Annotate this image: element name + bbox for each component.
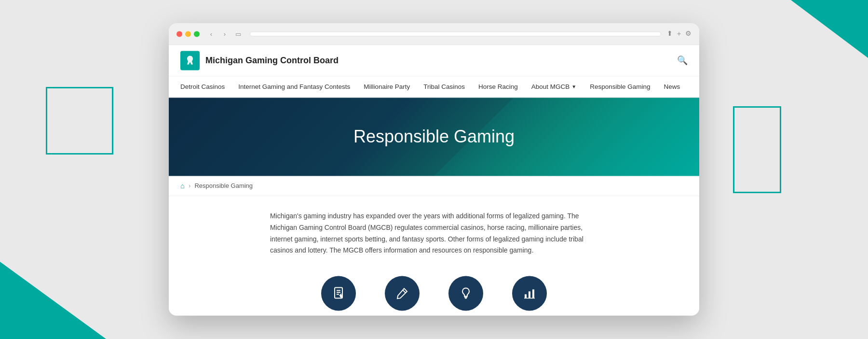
url-bar[interactable]: [250, 31, 661, 36]
site-logo[interactable]: Michigan Gaming Control Board: [180, 51, 339, 70]
forward-button[interactable]: ›: [219, 28, 231, 40]
browser-nav-buttons: ‹ › ▭: [205, 28, 244, 40]
search-icon[interactable]: 🔍: [677, 55, 688, 66]
breadcrumb: ⌂ › Responsible Gaming: [169, 176, 699, 196]
main-content: Michigan's gaming industry has expanded …: [169, 196, 699, 266]
page-wrapper: ‹ › ▭ ⬆ ＋ ⚙ Michigan Gaming Cont: [0, 0, 868, 339]
bg-shape-bottom-left: [0, 262, 106, 339]
maximize-button[interactable]: [194, 31, 200, 37]
icon-card-chart[interactable]: [512, 276, 547, 311]
hero-banner: Responsible Gaming: [169, 98, 699, 176]
svg-rect-8: [525, 295, 527, 298]
back-button[interactable]: ‹: [205, 28, 217, 40]
intro-paragraph: Michigan's gaming industry has expanded …: [270, 211, 598, 256]
traffic-lights: [176, 31, 200, 37]
settings-icon[interactable]: ⚙: [685, 29, 692, 38]
nav-item-news[interactable]: News: [664, 76, 680, 97]
browser-window: ‹ › ▭ ⬆ ＋ ⚙ Michigan Gaming Cont: [169, 23, 699, 315]
home-icon[interactable]: ⌂: [180, 182, 185, 190]
bg-outline-rect-left: [46, 87, 113, 155]
hero-title: Responsible Gaming: [188, 127, 680, 147]
breadcrumb-separator: ›: [189, 182, 190, 189]
dropdown-chevron-icon: ▼: [571, 84, 576, 89]
close-button[interactable]: [176, 31, 182, 37]
svg-point-4: [340, 295, 343, 298]
icon-card-pencil[interactable]: [385, 276, 420, 311]
svg-rect-9: [529, 292, 530, 298]
chart-icon: [512, 276, 547, 311]
bg-outline-rect-right: [733, 106, 781, 193]
icon-card-lightbulb[interactable]: [448, 276, 483, 311]
icon-cards-row: [169, 267, 699, 316]
nav-item-about-mgcb[interactable]: About MGCB ▼: [531, 76, 576, 97]
nav-item-detroit-casinos[interactable]: Detroit Casinos: [180, 76, 225, 97]
svg-rect-10: [532, 290, 534, 298]
nav-item-responsible-gaming[interactable]: Responsible Gaming: [590, 76, 650, 97]
view-button[interactable]: ▭: [232, 28, 244, 40]
browser-action-buttons: ⬆ ＋ ⚙: [667, 29, 692, 38]
lightbulb-icon: [448, 276, 483, 311]
nav-item-internet-gaming[interactable]: Internet Gaming and Fantasy Contests: [238, 76, 350, 97]
add-tab-icon[interactable]: ＋: [676, 29, 682, 38]
bg-shape-top-right: [791, 0, 868, 58]
main-nav: Detroit Casinos Internet Gaming and Fant…: [169, 76, 699, 98]
logo-icon: [180, 51, 200, 70]
breadcrumb-current: Responsible Gaming: [194, 182, 253, 189]
svg-line-5: [403, 290, 406, 293]
minimize-button[interactable]: [185, 31, 191, 37]
org-name: Michigan Gaming Control Board: [205, 56, 339, 66]
site-header: Michigan Gaming Control Board 🔍: [169, 45, 699, 76]
nav-item-millionaire-party[interactable]: Millionaire Party: [364, 76, 410, 97]
browser-chrome: ‹ › ▭ ⬆ ＋ ⚙: [169, 23, 699, 45]
nav-item-horse-racing[interactable]: Horse Racing: [478, 76, 518, 97]
nav-item-tribal-casinos[interactable]: Tribal Casinos: [423, 76, 465, 97]
document-icon: [321, 276, 356, 311]
icon-card-document[interactable]: [321, 276, 356, 311]
pencil-icon: [385, 276, 420, 311]
share-icon[interactable]: ⬆: [667, 29, 673, 38]
